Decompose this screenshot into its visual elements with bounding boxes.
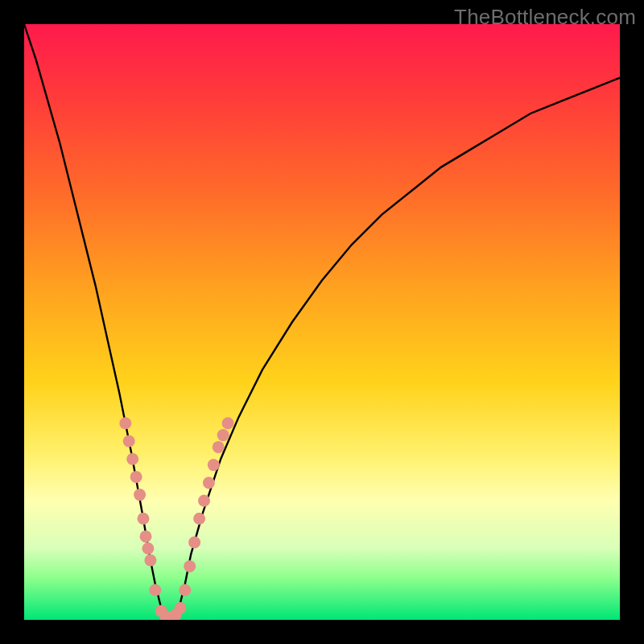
chart-frame: TheBottleneck.com [0, 0, 644, 644]
chart-svg [24, 24, 620, 620]
marker-dot [130, 471, 142, 483]
marker-dot [217, 429, 229, 441]
marker-dot [144, 555, 156, 567]
marker-dot [142, 543, 154, 555]
marker-dot [213, 441, 225, 453]
marker-dot [188, 536, 200, 548]
marker-dot [140, 530, 152, 543]
marker-dot [138, 513, 150, 525]
watermark-text: TheBottleneck.com [454, 5, 636, 30]
marker-dot [208, 459, 220, 471]
marker-dot [134, 489, 146, 501]
marker-dot [174, 602, 186, 614]
marker-dot [179, 584, 191, 597]
marker-dot [184, 560, 196, 572]
marker-dot [222, 417, 234, 429]
bottleneck-curve [24, 24, 620, 620]
marker-dot [123, 436, 135, 448]
marker-dot [193, 513, 205, 525]
marker-dot [119, 417, 131, 429]
marker-dot [126, 453, 138, 465]
marker-dot [149, 584, 161, 597]
marker-dot [203, 477, 215, 489]
marker-group [119, 417, 233, 620]
plot-area [24, 24, 620, 620]
marker-dot [198, 495, 210, 507]
